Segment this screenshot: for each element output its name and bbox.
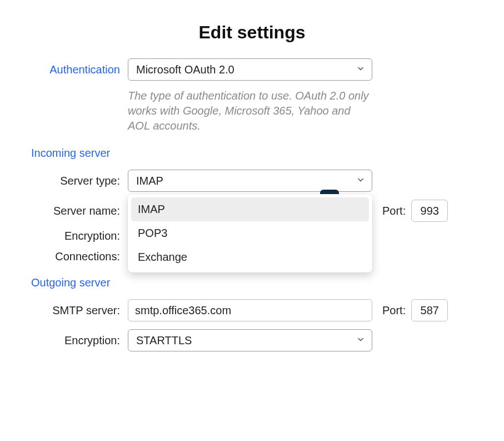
authentication-select-value: Microsoft OAuth 2.0 [136,63,234,76]
outgoing-encryption-label: Encryption: [28,334,128,347]
server-type-option-pop3[interactable]: POP3 [131,221,369,245]
server-name-label: Server name: [28,205,128,217]
outgoing-encryption-select[interactable]: STARTTLS [128,329,372,351]
page-title: Edit settings [28,22,476,43]
server-type-option-exchange[interactable]: Exchange [131,245,369,269]
authentication-select[interactable]: Microsoft OAuth 2.0 [128,58,372,81]
chevron-down-icon [356,63,365,76]
smtp-server-label: SMTP server: [28,304,128,317]
incoming-encryption-label: Encryption: [28,230,128,242]
incoming-server-heading: Incoming server [28,147,476,160]
outgoing-port-label: Port: [382,304,406,317]
connections-label: Connections: [28,250,128,263]
authentication-help-text: The type of authentication to use. OAuth… [128,88,372,133]
server-type-label: Server type: [28,175,128,187]
chevron-down-icon [356,334,365,347]
authentication-label[interactable]: Authentication [28,63,128,76]
server-type-select-value: IMAP [136,175,163,187]
server-type-dropdown: IMAP POP3 Exchange [128,194,372,272]
outgoing-encryption-select-value: STARTTLS [136,334,192,347]
smtp-server-input[interactable] [128,299,372,321]
server-type-select[interactable]: IMAP [128,170,372,192]
incoming-port-label: Port: [382,205,406,217]
outgoing-server-heading: Outgoing server [28,276,476,289]
server-type-option-imap[interactable]: IMAP [131,197,369,221]
outgoing-port-input[interactable] [411,299,448,321]
incoming-port-input[interactable] [411,200,448,222]
chevron-down-icon [356,175,365,187]
